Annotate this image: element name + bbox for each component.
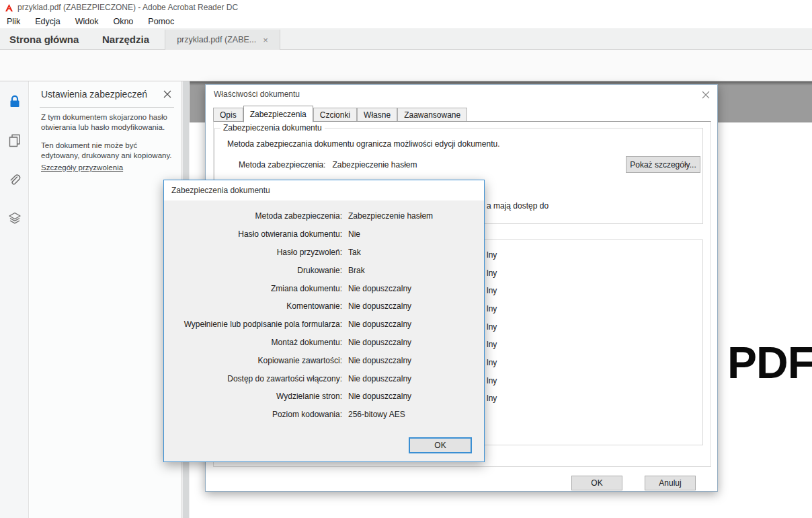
menu-widok[interactable]: Widok — [75, 17, 99, 26]
security-row: Zmiana dokumentu:Nie dopuszczalny — [164, 279, 484, 297]
clipped-text-fragment: lny — [487, 322, 497, 332]
clipped-text-line: a mają dostęp do — [487, 201, 549, 211]
security-row: Kopiowanie zawartości:Nie dopuszczalny — [164, 351, 484, 369]
tab-home[interactable]: Strona główna — [9, 28, 79, 50]
clipped-text-fragment: lny — [487, 358, 497, 367]
security-row-label: Metoda zabezpieczenia: — [164, 211, 342, 221]
layers-icon[interactable] — [5, 209, 24, 227]
pdf-page-text: PDF — [727, 340, 812, 385]
clipped-text-fragment: lny — [487, 286, 497, 295]
security-row: Poziom kodowania:256-bitowy AES — [164, 406, 484, 424]
tab-close-icon[interactable]: × — [263, 35, 268, 45]
security-row-value: Nie dopuszczalny — [348, 374, 411, 383]
security-row-label: Dostęp do zawartości włączony: — [164, 374, 342, 383]
panel-paragraph: Z tym dokumentem skojarzono hasło otwier… — [41, 112, 174, 133]
show-details-button[interactable]: Pokaż szczegóły... — [626, 156, 700, 173]
security-row-value: Zabezpieczenie hasłem — [348, 211, 433, 221]
security-ok-button[interactable]: OK — [409, 437, 472, 453]
security-row: Wypełnienie lub podpisanie pola formular… — [164, 316, 484, 334]
security-row-value: 256-bitowy AES — [348, 410, 405, 419]
method-value: Zabezpieczenie hasłem — [332, 160, 417, 170]
toolbar: / 1 82,7% — [0, 50, 812, 81]
tab-bar: Strona główna Narzędzia przyklad.pdf (ZA… — [0, 28, 812, 50]
attachments-paperclip-icon[interactable] — [5, 171, 24, 189]
security-row-label: Montaż dokumentu: — [164, 338, 342, 347]
security-row: Komentowanie:Nie dopuszczalny — [164, 297, 484, 316]
panel-title: Ustawienia zabezpieczeń — [41, 89, 147, 100]
security-row-value: Nie dopuszczalny — [348, 392, 411, 401]
security-row-value: Nie dopuszczalny — [348, 356, 411, 365]
security-row-label: Wypełnienie lub podpisanie pola formular… — [164, 320, 342, 329]
groupbox-legend: Zabezpieczenia dokumentu — [220, 123, 325, 133]
security-row-value: Nie dopuszczalny — [348, 284, 411, 293]
panel-separator — [40, 107, 174, 108]
security-row-value: Tak — [348, 248, 361, 257]
properties-ok-button[interactable]: OK — [571, 476, 622, 490]
panel-paragraph: Ten dokument nie może być edytowany, dru… — [41, 141, 174, 161]
security-row-label: Kopiowanie zawartości: — [164, 356, 342, 365]
security-row-label: Hasło otwierania dokumentu: — [164, 229, 342, 239]
tab-tools[interactable]: Narzędzia — [102, 28, 149, 50]
panel-close-icon[interactable] — [161, 88, 173, 100]
dialog-title: Właściwości dokumentu — [214, 89, 300, 99]
page-thumbnails-icon[interactable] — [5, 131, 24, 149]
window-title: przyklad.pdf (ZABEZPIECZONE) - Adobe Acr… — [17, 3, 238, 12]
security-row: Dostęp do zawartości włączony:Nie dopusz… — [164, 369, 484, 387]
document-security-dialog: Zabezpieczenia dokumentu Metoda zabezpie… — [163, 180, 485, 462]
security-row-label: Hasło przyzwoleń: — [164, 248, 342, 257]
security-row-label: Zmiana dokumentu: — [164, 284, 342, 293]
security-settings-lock-icon[interactable] — [5, 92, 24, 110]
security-row: Wydzielanie stron:Nie dopuszczalny — [164, 387, 484, 406]
dialog-tab-strip: Opis Zabezpieczenia Czcionki Własne Zaaw… — [213, 105, 711, 122]
tab-zabezpieczenia[interactable]: Zabezpieczenia — [243, 106, 313, 122]
security-row-value: Nie dopuszczalny — [348, 301, 411, 311]
tab-opis[interactable]: Opis — [213, 108, 243, 122]
security-row-label: Poziom kodowania: — [164, 410, 342, 419]
method-label: Metoda zabezpieczenia: — [239, 160, 325, 170]
clipped-text-fragment: lny — [487, 304, 497, 313]
menu-edycja[interactable]: Edycja — [35, 17, 60, 26]
menu-okno[interactable]: Okno — [113, 17, 133, 26]
dialog-title: Zabezpieczenia dokumentu — [171, 186, 270, 195]
security-description: Metoda zabezpieczania dokumentu ogranicz… — [227, 139, 500, 149]
tab-document-label: przyklad.pdf (ZABE... — [177, 35, 256, 44]
security-row-value: Nie dopuszczalny — [348, 338, 411, 347]
security-row-value: Brak — [348, 266, 365, 275]
dialog-titlebar: Zabezpieczenia dokumentu — [164, 180, 484, 200]
sidebar-icon-rail — [0, 81, 29, 518]
clipped-text-fragment: lny — [487, 268, 497, 278]
security-row: Drukowanie:Brak — [164, 261, 484, 279]
security-row-value: Nie — [348, 229, 360, 239]
properties-cancel-button[interactable]: Anuluj — [645, 476, 696, 490]
security-row-value: Nie dopuszczalny — [348, 320, 411, 329]
window-titlebar: przyklad.pdf (ZABEZPIECZONE) - Adobe Acr… — [0, 0, 812, 15]
menu-pomoc[interactable]: Pomoc — [148, 17, 174, 26]
dialog-close-icon[interactable] — [700, 89, 712, 101]
acrobat-logo-icon — [5, 3, 13, 12]
menu-bar: Plik Edycja Widok Okno Pomoc — [0, 15, 812, 28]
tab-czcionki[interactable]: Czcionki — [313, 108, 357, 122]
security-details-list: Metoda zabezpieczenia:Zabezpieczenie has… — [164, 207, 484, 424]
security-row-label: Drukowanie: — [164, 266, 342, 275]
security-row: Metoda zabezpieczenia:Zabezpieczenie has… — [164, 207, 484, 225]
security-method-row: Metoda zabezpieczenia:Zabezpieczenie has… — [239, 160, 417, 170]
security-row: Hasło otwierania dokumentu:Nie — [164, 225, 484, 244]
clipped-text-fragment: lny — [487, 250, 497, 260]
permission-details-link[interactable]: Szczegóły przyzwolenia — [41, 163, 123, 172]
security-row-label: Wydzielanie stron: — [164, 392, 342, 401]
menu-plik[interactable]: Plik — [7, 17, 20, 26]
security-row-label: Komentowanie: — [164, 301, 342, 311]
clipped-text-fragment: lny — [487, 340, 497, 349]
security-row: Montaż dokumentu:Nie dopuszczalny — [164, 334, 484, 352]
clipped-text-fragment: lny — [487, 394, 497, 403]
tab-wlasne[interactable]: Własne — [357, 108, 397, 122]
clipped-text-fragment: lny — [487, 376, 497, 385]
tab-zaawansowane[interactable]: Zaawansowane — [397, 108, 467, 122]
security-row: Hasło przyzwoleń:Tak — [164, 244, 484, 262]
tab-document[interactable]: przyklad.pdf (ZABE... × — [165, 30, 280, 50]
security-settings-panel: Ustawienia zabezpieczeń Z tym dokumentem… — [30, 81, 181, 518]
